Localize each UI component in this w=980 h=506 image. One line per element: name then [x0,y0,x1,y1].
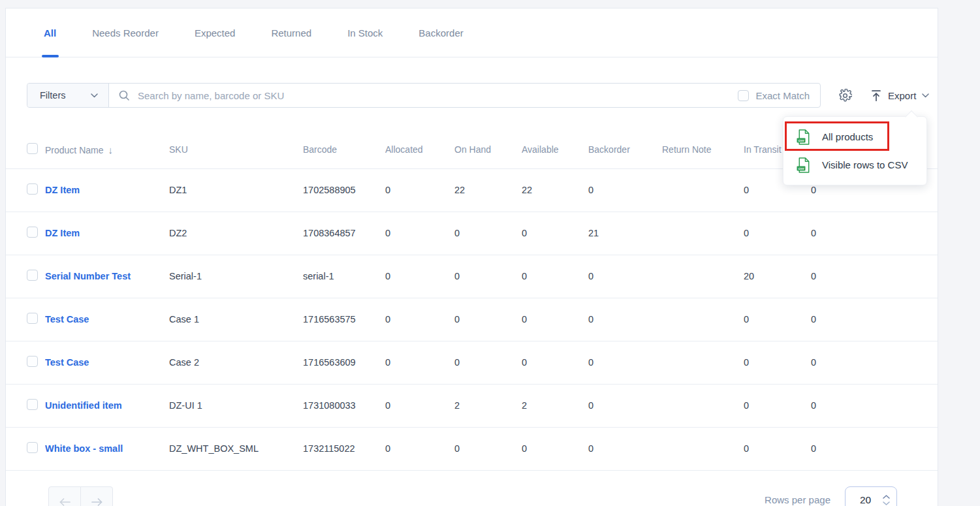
tab-needs-reorder[interactable]: Needs Reorder [92,8,159,57]
return-note-cell [662,255,744,298]
row-select-cell [6,384,45,427]
menu-item-label: All products [822,131,873,142]
arrow-right-icon [91,498,103,506]
allocated-cell: 0 [385,255,454,298]
row-checkbox[interactable] [27,356,38,367]
filters-dropdown-button[interactable]: Filters [27,84,109,107]
product-name-link[interactable]: DZ Item [45,185,80,195]
search-input[interactable] [136,89,731,102]
return-note-cell [662,427,744,470]
product-name-link[interactable]: Test Case [45,357,89,368]
row-select-cell [6,341,45,384]
filters-label: Filters [40,90,65,101]
row-checkbox[interactable] [27,313,38,324]
column-header-barcode[interactable]: Barcode [303,131,385,168]
exact-match-toggle[interactable]: Exact Match [738,90,810,101]
product-name-link[interactable]: DZ Item [45,228,80,238]
backorder-cell: 0 [588,255,662,298]
tab-expected[interactable]: Expected [195,8,236,57]
in-transit-cell: 0 [744,427,811,470]
in-transit-cell: 20 [744,255,811,298]
product-name-link[interactable]: White box - small [45,443,123,454]
product-name-link[interactable]: Serial Number Test [45,271,131,281]
chevron-up-icon[interactable] [883,495,890,499]
row-select-cell [6,255,45,298]
table-row: DZ ItemDZ217083648570002100 [6,212,938,255]
tab-label: All [44,27,56,39]
table-body: DZ ItemDZ1170258890502222000DZ ItemDZ217… [6,168,938,470]
export-icon [870,89,882,102]
available-cell: 0 [522,427,588,470]
barcode-cell: 1708364857 [303,212,385,255]
rows-per-page-value: 20 [848,494,883,506]
in-transit-cell: 0 [744,212,811,255]
select-all-checkbox[interactable] [27,143,38,154]
column-header-backorder[interactable]: Backorder [588,131,662,168]
extra-cell: 0 [811,298,938,341]
sku-cell: Case 2 [169,341,303,384]
available-cell: 2 [522,384,588,427]
gear-icon [838,89,852,103]
previous-page-button[interactable] [48,486,81,506]
return-note-cell [662,212,744,255]
allocated-cell: 0 [385,212,454,255]
rows-per-page: Rows per page 20 [765,486,897,506]
row-checkbox[interactable] [27,399,38,410]
export-menu-item-visible-rows[interactable]: csv Visible rows to CSV [783,151,926,179]
tab-all[interactable]: All [44,8,56,57]
column-settings-button[interactable] [838,89,852,103]
row-checkbox[interactable] [27,442,38,453]
column-header-product-name[interactable]: Product Name↓ [45,131,169,168]
product-name-cell: Serial Number Test [45,255,169,298]
table-row: Serial Number TestSerial-1serial-1000020… [6,255,938,298]
column-header-sku[interactable]: SKU [169,131,303,168]
product-name-cell: Test Case [45,298,169,341]
extra-cell: 0 [811,384,938,427]
tab-bar: AllNeeds ReorderExpectedReturnedIn Stock… [6,8,938,57]
rows-per-page-stepper[interactable]: 20 [845,486,897,506]
column-header-allocated[interactable]: Allocated [385,131,454,168]
search-bar: Filters Exact Match [27,83,821,108]
export-dropdown-button[interactable]: Export [870,89,929,102]
export-label: Export [888,90,916,101]
tab-backorder[interactable]: Backorder [419,8,463,57]
available-cell: 0 [522,341,588,384]
svg-text:csv: csv [798,166,804,170]
tab-returned[interactable]: Returned [271,8,311,57]
tab-label: In Stock [347,27,383,39]
row-checkbox[interactable] [27,270,38,281]
column-label: Available [522,144,559,155]
next-page-button[interactable] [80,486,113,506]
column-header-on-hand[interactable]: On Hand [454,131,522,168]
svg-text:csv: csv [798,138,804,142]
exact-match-checkbox[interactable] [738,90,749,101]
column-header-return-note[interactable]: Return Note [662,131,744,168]
sku-cell: DZ1 [169,168,303,212]
sku-cell: DZ2 [169,212,303,255]
extra-cell: 0 [811,341,938,384]
tab-in-stock[interactable]: In Stock [347,8,383,57]
select-all-header[interactable] [6,131,45,168]
backorder-cell: 0 [588,168,662,212]
chevron-down-icon[interactable] [883,501,890,505]
barcode-cell: 1731080033 [303,384,385,427]
product-name-link[interactable]: Unidentified item [45,400,122,411]
row-checkbox[interactable] [27,183,38,195]
available-cell: 0 [522,255,588,298]
row-checkbox[interactable] [27,227,38,238]
export-menu: csv All products csv Visible rows to CSV [783,116,927,185]
sort-descending-icon[interactable]: ↓ [108,144,113,155]
on-hand-cell: 0 [454,341,522,384]
column-header-available[interactable]: Available [522,131,588,168]
barcode-cell: serial-1 [303,255,385,298]
return-note-cell [662,168,744,212]
tab-label: Expected [195,27,236,39]
on-hand-cell: 2 [454,384,522,427]
export-menu-item-all-products[interactable]: csv All products [783,123,926,151]
tab-label: Backorder [419,27,463,39]
search-field: Exact Match [109,84,820,107]
on-hand-cell: 0 [454,255,522,298]
product-name-cell: DZ Item [45,168,169,212]
product-name-link[interactable]: Test Case [45,314,89,324]
toolbar: Filters Exact Match [6,57,938,108]
